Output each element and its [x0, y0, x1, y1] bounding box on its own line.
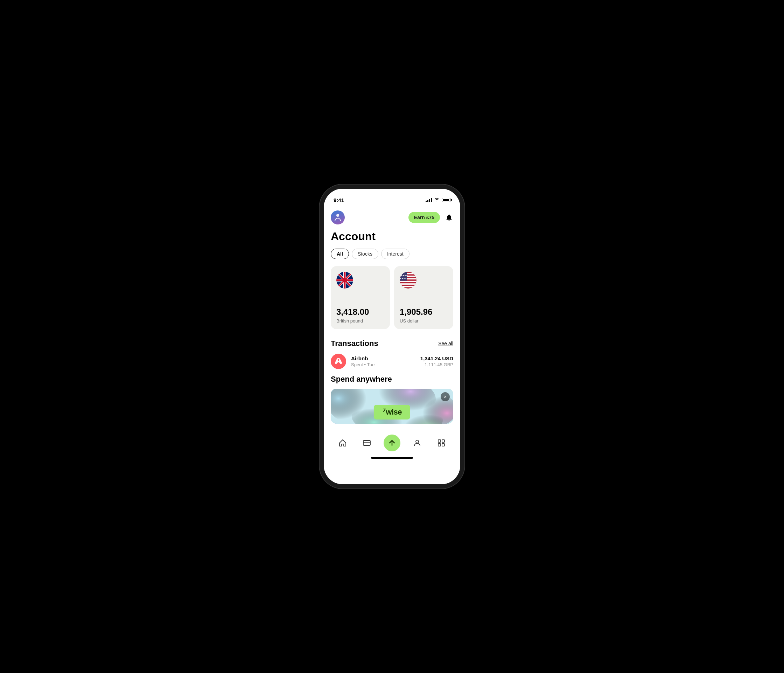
earn-button[interactable]: Earn £75	[408, 212, 440, 223]
status-icons	[426, 198, 450, 203]
svg-rect-30	[363, 441, 370, 446]
svg-rect-16	[400, 281, 417, 282]
filter-tabs: All Stocks Interest	[331, 249, 453, 259]
svg-rect-35	[438, 444, 441, 446]
airbnb-icon	[331, 354, 346, 369]
svg-point-0	[336, 214, 339, 217]
wise-logo: ⁷wise	[382, 408, 402, 417]
svg-text:★★★★: ★★★★	[400, 277, 407, 279]
phone-screen: 9:41	[324, 189, 460, 461]
transaction-info: Airbnb Spent • Tue	[351, 355, 415, 367]
svg-point-32	[416, 440, 418, 443]
header-right: Earn £75	[408, 212, 453, 223]
spend-card[interactable]: ⁷wise ×	[331, 389, 453, 424]
svg-point-23	[338, 359, 339, 361]
wifi-icon	[434, 198, 440, 203]
nav-profile[interactable]	[410, 437, 425, 449]
transaction-secondary: 1,111.45 GBP	[420, 362, 453, 367]
spend-title: Spend anywhere	[331, 375, 453, 384]
transaction-item[interactable]: Airbnb Spent • Tue 1,341.24 USD 1,111.45…	[331, 354, 453, 369]
signal-icon	[426, 198, 432, 202]
uk-flag	[336, 272, 353, 288]
nav-card[interactable]	[359, 437, 374, 449]
us-flag: ★★★★★ ★★★★	[400, 272, 417, 288]
transaction-primary: 1,341.24 USD	[420, 355, 453, 361]
nav-home[interactable]	[335, 437, 350, 449]
wise-logo-container: ⁷wise	[374, 405, 410, 419]
profile-icon	[413, 438, 422, 447]
usd-card[interactable]: ★★★★★ ★★★★ 1,905.96 US dollar	[394, 266, 453, 329]
see-all-link[interactable]: See all	[438, 341, 453, 346]
tab-stocks[interactable]: Stocks	[352, 249, 378, 259]
svg-rect-33	[438, 440, 441, 442]
main-content: Account All Stocks Interest	[324, 227, 460, 431]
tab-all[interactable]: All	[331, 249, 349, 259]
close-button[interactable]: ×	[441, 392, 450, 401]
svg-rect-18	[400, 286, 417, 287]
grid-icon	[437, 438, 446, 447]
bell-icon[interactable]	[445, 213, 453, 222]
transaction-name: Airbnb	[351, 355, 415, 361]
transaction-amounts: 1,341.24 USD 1,111.45 GBP	[420, 355, 453, 367]
gbp-amount: 3,418.00	[336, 307, 384, 317]
battery-icon	[442, 198, 450, 202]
phone-frame: 9:41	[324, 189, 460, 484]
tab-interest[interactable]: Interest	[381, 249, 409, 259]
usd-amount: 1,905.96	[400, 307, 448, 317]
gbp-card[interactable]: 3,418.00 British pound	[331, 266, 390, 329]
status-time: 9:41	[334, 197, 344, 203]
svg-rect-17	[400, 283, 417, 285]
nav-send-button[interactable]	[384, 435, 400, 451]
page-title: Account	[331, 230, 453, 243]
currency-cards: 3,418.00 British pound	[331, 266, 453, 329]
home-indicator	[371, 457, 413, 459]
home-icon	[338, 438, 347, 447]
status-bar: 9:41	[324, 189, 460, 206]
spend-section: Spend anywhere	[331, 375, 453, 424]
svg-text:★★★★★: ★★★★★	[400, 274, 408, 277]
transaction-sub: Spent • Tue	[351, 362, 415, 367]
usd-currency: US dollar	[400, 318, 448, 324]
app-header: Earn £75	[324, 206, 460, 227]
gbp-currency: British pound	[336, 318, 384, 324]
avatar[interactable]	[331, 210, 345, 224]
bottom-nav	[324, 431, 460, 454]
transactions-title: Transactions	[331, 339, 378, 348]
svg-rect-36	[442, 444, 445, 446]
nav-grid[interactable]	[434, 437, 449, 449]
card-icon	[362, 438, 371, 447]
transactions-header: Transactions See all	[331, 339, 453, 348]
svg-rect-34	[442, 440, 445, 442]
